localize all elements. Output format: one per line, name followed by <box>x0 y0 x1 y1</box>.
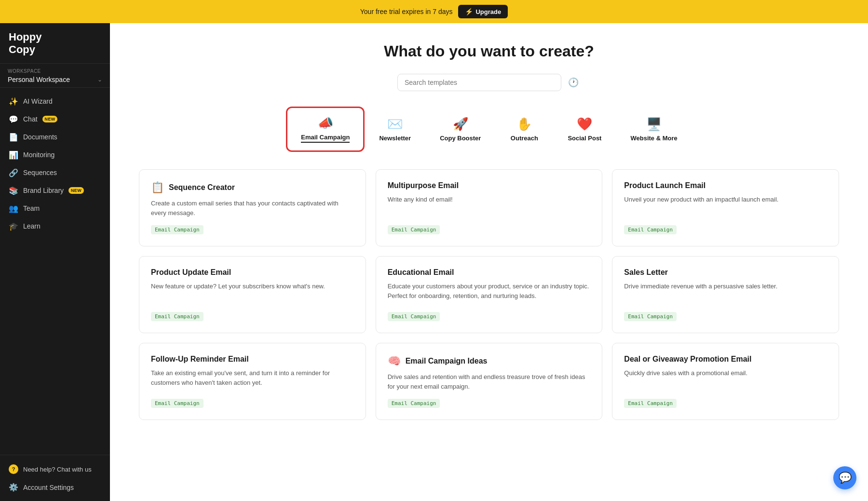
chat-fab-icon: 💬 <box>839 472 852 484</box>
template-icon: 🧠 <box>388 355 401 367</box>
tab-copy-booster[interactable]: 🚀 Copy Booster <box>425 108 495 150</box>
template-tag: Email Campaign <box>624 399 677 408</box>
search-row: 🕐 <box>139 74 839 91</box>
bolt-icon: ⚡ <box>465 8 473 15</box>
sidebar-item-label: AI Wizard <box>23 97 53 105</box>
template-card-footer: Email Campaign <box>624 393 827 408</box>
template-tag: Email Campaign <box>388 312 440 321</box>
template-card-product-update-email[interactable]: Product Update Email New feature or upda… <box>139 256 366 333</box>
history-button[interactable]: 🕐 <box>566 75 581 90</box>
template-card-footer: Email Campaign <box>624 219 827 234</box>
sequences-icon: 🔗 <box>9 168 18 177</box>
help-chat-item[interactable]: ? Need help? Chat with us <box>0 460 110 478</box>
trial-banner: Your free trial expires in 7 days ⚡ Upgr… <box>0 0 868 23</box>
sidebar-item-label: Brand Library <box>23 187 64 194</box>
template-card-header: Multipurpose Email <box>388 181 591 190</box>
template-card-footer: Email Campaign <box>151 219 354 234</box>
banner-text: Your free trial expires in 7 days <box>360 8 453 15</box>
search-input-wrapper <box>397 74 561 91</box>
search-input[interactable] <box>397 74 561 91</box>
monitoring-icon: 📊 <box>9 150 18 160</box>
template-card-multipurpose-email[interactable]: Multipurpose Email Write any kind of ema… <box>376 169 603 246</box>
template-title: Multipurpose Email <box>388 181 459 190</box>
team-icon: 👥 <box>9 204 18 213</box>
template-card-product-launch-email[interactable]: Product Launch Email Unveil your new pro… <box>612 169 839 246</box>
sidebar-item-learn[interactable]: 🎓 Learn <box>0 217 110 235</box>
outreach-icon: ✋ <box>516 117 532 132</box>
template-tag: Email Campaign <box>151 399 203 408</box>
template-card-sales-letter[interactable]: Sales Letter Drive immediate revenue wit… <box>612 256 839 333</box>
sidebar-item-brand-library[interactable]: 📚 Brand Librarynew <box>0 182 110 200</box>
sidebar-item-sequences[interactable]: 🔗 Sequences <box>0 164 110 182</box>
sidebar-item-label: Team <box>23 204 40 212</box>
template-card-followup-reminder[interactable]: Follow-Up Reminder Email Take an existin… <box>139 343 366 420</box>
template-description: New feature or update? Let your subscrib… <box>151 282 354 306</box>
upgrade-label: Upgrade <box>475 8 501 15</box>
template-title: Follow-Up Reminder Email <box>151 355 249 364</box>
template-card-footer: Email Campaign <box>151 393 354 408</box>
logo-text: Hoppy Copy <box>9 31 101 56</box>
tab-email-campaign[interactable]: 📣 Email Campaign <box>286 107 365 152</box>
help-label: Need help? Chat with us <box>23 466 92 473</box>
template-tag: Email Campaign <box>388 225 440 234</box>
social-post-icon: ❤️ <box>577 117 592 132</box>
template-card-header: Product Launch Email <box>624 181 827 190</box>
account-settings-label: Account Settings <box>23 484 74 491</box>
category-tabs: 📣 Email Campaign ✉️ Newsletter 🚀 Copy Bo… <box>139 107 839 152</box>
chat-fab[interactable]: 💬 <box>833 466 856 489</box>
sidebar-item-label: Sequences <box>23 169 57 176</box>
sidebar-item-label: Chat <box>23 115 38 123</box>
template-tag: Email Campaign <box>624 312 677 321</box>
template-card-campaign-ideas[interactable]: 🧠 Email Campaign Ideas Drive sales and r… <box>376 343 603 420</box>
email-campaign-icon: 📣 <box>318 116 333 131</box>
template-card-footer: Email Campaign <box>388 306 591 321</box>
template-description: Educate your customers about your produc… <box>388 282 591 306</box>
template-card-educational-email[interactable]: Educational Email Educate your customers… <box>376 256 603 333</box>
copy-booster-icon: 🚀 <box>453 117 468 132</box>
sidebar-nav: ✨ AI Wizard💬 Chatnew📄 Documents📊 Monitor… <box>0 88 110 455</box>
template-card-deal-giveaway[interactable]: Deal or Giveaway Promotion Email Quickly… <box>612 343 839 420</box>
sidebar-item-documents[interactable]: 📄 Documents <box>0 128 110 146</box>
template-title: Educational Email <box>388 268 454 277</box>
tab-social-post[interactable]: ❤️ Social Post <box>553 108 616 150</box>
template-card-sequence-creator[interactable]: 📋 Sequence Creator Create a custom email… <box>139 169 366 246</box>
tab-label: Newsletter <box>379 135 411 142</box>
template-title: Deal or Giveaway Promotion Email <box>624 355 751 364</box>
sidebar-bottom: ? Need help? Chat with us ⚙️ Account Set… <box>0 455 110 501</box>
template-description: Write any kind of email! <box>388 195 591 219</box>
learn-icon: 🎓 <box>9 222 18 231</box>
tab-website-more[interactable]: 🖥️ Website & More <box>616 108 692 150</box>
tab-label: Email Campaign <box>301 134 350 143</box>
template-grid: 📋 Sequence Creator Create a custom email… <box>139 169 839 420</box>
template-title: Sequence Creator <box>169 183 235 192</box>
template-description: Create a custom email series that has yo… <box>151 199 354 219</box>
workspace-name: Personal Workspace <box>8 76 70 83</box>
sidebar: Hoppy Copy Workspace Personal Workspace … <box>0 23 110 501</box>
template-card-header: 🧠 Email Campaign Ideas <box>388 355 591 367</box>
workspace-label: Workspace <box>8 68 102 74</box>
template-title: Sales Letter <box>624 268 668 277</box>
ai-wizard-icon: ✨ <box>9 97 18 106</box>
workspace-section: Workspace Personal Workspace ⌄ <box>0 64 110 88</box>
template-card-header: Educational Email <box>388 268 591 277</box>
chevron-down-icon: ⌄ <box>97 76 102 83</box>
template-tag: Email Campaign <box>151 312 203 321</box>
upgrade-button[interactable]: ⚡ Upgrade <box>458 5 508 18</box>
main-content: What do you want to create? 🕐 📣 Email Ca… <box>110 23 868 501</box>
template-description: Drive immediate revenue with a persuasiv… <box>624 282 827 306</box>
sidebar-item-chat[interactable]: 💬 Chatnew <box>0 110 110 128</box>
template-tag: Email Campaign <box>151 225 203 234</box>
sidebar-item-monitoring[interactable]: 📊 Monitoring <box>0 146 110 164</box>
brand-library-icon: 📚 <box>9 186 18 195</box>
gear-icon: ⚙️ <box>9 483 18 492</box>
account-settings-item[interactable]: ⚙️ Account Settings <box>0 478 110 496</box>
tab-newsletter[interactable]: ✉️ Newsletter <box>365 108 425 150</box>
workspace-selector[interactable]: Personal Workspace ⌄ <box>8 76 102 83</box>
sidebar-item-team[interactable]: 👥 Team <box>0 200 110 217</box>
template-card-footer: Email Campaign <box>388 219 591 234</box>
template-card-footer: Email Campaign <box>151 306 354 321</box>
tab-outreach[interactable]: ✋ Outreach <box>495 108 553 150</box>
logo: Hoppy Copy <box>0 23 110 64</box>
template-card-header: Product Update Email <box>151 268 354 277</box>
sidebar-item-ai-wizard[interactable]: ✨ AI Wizard <box>0 93 110 110</box>
